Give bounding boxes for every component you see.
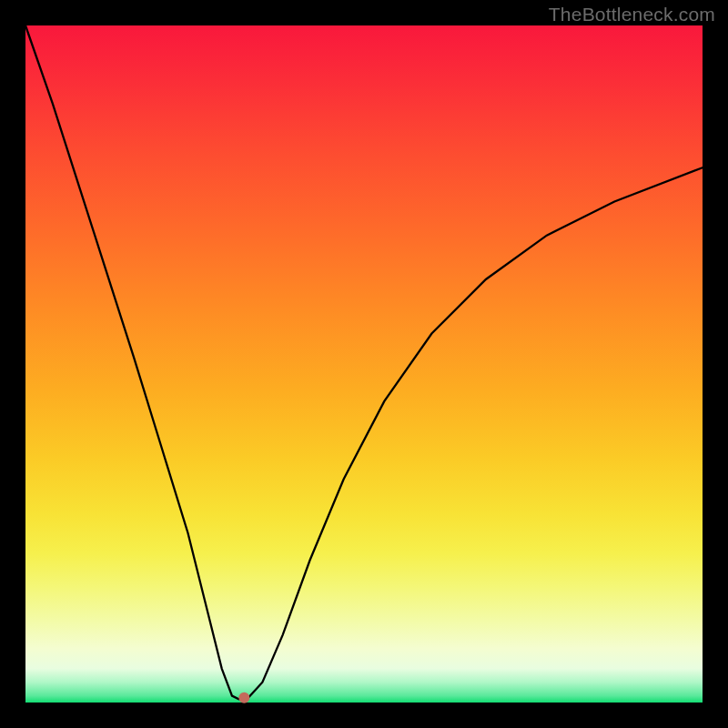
watermark-text: TheBottleneck.com: [549, 4, 715, 25]
chart-frame: TheBottleneck.com: [0, 0, 728, 728]
bottleneck-curve: [25, 25, 703, 699]
curve-svg: [25, 25, 703, 703]
plot-area: [25, 25, 703, 703]
minimum-marker: [238, 693, 249, 703]
